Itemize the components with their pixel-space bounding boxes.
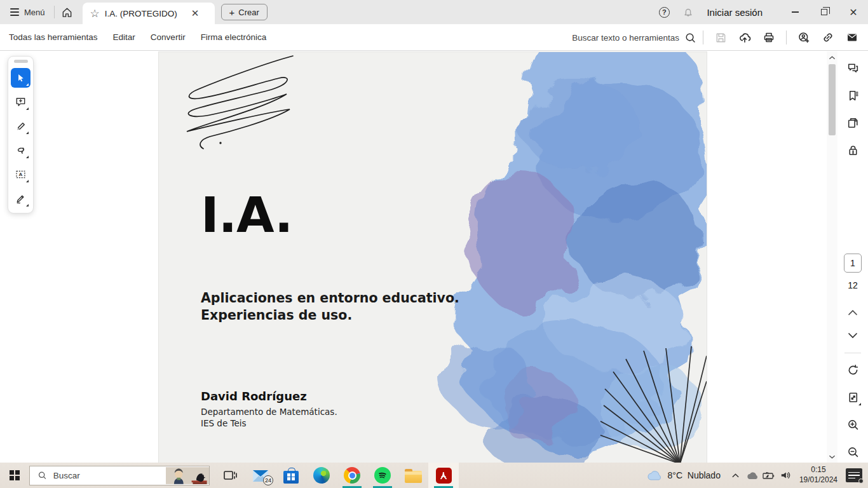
chevron-down-icon [848,332,858,339]
home-button[interactable] [55,0,80,24]
bookmarks-panel-button[interactable] [842,85,864,106]
lock-icon [846,144,860,157]
subtitle-line-2: Experiencias de uso. [201,307,459,324]
search-input[interactable] [570,33,679,43]
document-subtitle: Aplicaciones en entorno educativo. Exper… [201,290,459,324]
next-page-button[interactable] [842,325,864,346]
divider [703,30,703,44]
author-block: David Rodríguez Departamento de Matemáti… [201,390,337,428]
action-center-button[interactable] [844,463,864,488]
file-explorer-button[interactable] [398,463,428,488]
sign-in-button[interactable]: Iniciar sesión [707,7,763,18]
refresh-icon [846,363,860,377]
pdf-page[interactable]: I.A. Aplicaciones en entorno educativo. … [159,52,707,463]
zoom-in-button[interactable] [842,414,864,435]
notifications-button[interactable] [676,0,700,24]
task-view-button[interactable] [215,463,245,488]
pages-panel-button[interactable] [842,112,864,133]
minimize-button[interactable] [780,0,810,24]
envelope-icon [846,31,858,44]
chrome-app-button[interactable] [337,463,367,488]
add-comment-tool-button[interactable] [11,92,31,112]
scroll-up-button[interactable] [827,53,837,62]
onedrive-tray-button[interactable] [745,463,760,488]
create-button[interactable]: + Crear [221,4,268,20]
author-department: Departamento de Matemáticas. [201,407,337,417]
select-tool-button[interactable] [11,68,31,88]
select-text-icon: A [15,168,27,180]
start-button[interactable] [0,463,29,488]
help-button[interactable]: ? [652,0,676,24]
close-button[interactable]: ✕ [839,0,868,24]
comments-icon [846,62,860,75]
rotate-page-button[interactable] [842,359,864,381]
windows-taskbar: 24 8°C Nublado [0,463,868,488]
star-icon[interactable]: ☆ [90,8,100,19]
volume-tray-button[interactable] [778,463,793,488]
chevron-down-icon [829,454,836,459]
search-icon[interactable] [684,32,696,44]
taskbar-search-box[interactable] [29,466,210,485]
weather-temp: 8°C [668,470,683,480]
comment-add-icon [15,96,27,108]
document-area: A [0,51,868,463]
email-button[interactable] [841,27,863,48]
mail-app-button[interactable]: 24 [245,463,276,488]
comments-panel-button[interactable] [842,57,864,79]
page-number-box[interactable] [844,254,862,273]
chevron-up-icon [848,309,858,316]
question-icon: ? [659,7,670,18]
weather-widget[interactable]: 8°C Nublado [640,470,727,481]
clock-widget[interactable]: 0:15 19/01/2024 [794,465,843,485]
acrobat-icon [436,468,452,484]
restore-button[interactable] [810,0,839,24]
menu-button[interactable]: Menú [0,0,54,24]
bookmark-icon [846,89,860,102]
security-panel-button[interactable] [842,139,864,161]
link-button[interactable] [817,27,839,48]
search-highlight-image[interactable] [166,466,209,485]
share-people-button[interactable] [793,27,815,48]
taskbar-search-input[interactable] [53,471,166,480]
divider [844,353,861,353]
search-field[interactable] [570,32,696,44]
spotify-app-button[interactable] [367,463,398,488]
scroll-down-button[interactable] [827,452,837,461]
zoom-in-icon [846,418,860,431]
previous-page-button[interactable] [842,302,864,323]
tray-expand-button[interactable] [728,463,743,488]
page-copies-icon [846,116,860,130]
esign-menu[interactable]: Firma electrónica [193,32,275,42]
zoom-out-button[interactable] [842,441,864,463]
page-number-input[interactable] [844,254,861,272]
upload-cloud-button[interactable] [734,27,756,48]
tab-close-icon[interactable]: ✕ [191,8,200,19]
acrobat-window: Menú ☆ I.A. (PROTEGIDO) ✕ + Crear ? Inic… [0,0,868,488]
divider [786,30,787,44]
vertical-scrollbar[interactable] [827,51,837,463]
battery-tray-button[interactable] [761,463,776,488]
document-tab[interactable]: ☆ I.A. (PROTEGIDO) ✕ [83,3,215,24]
fill-sign-tool-button[interactable] [11,189,31,208]
quick-tools-bar[interactable]: A [8,56,34,214]
store-app-button[interactable] [276,463,306,488]
page-display-button[interactable] [842,386,864,408]
onedrive-cloud-icon [746,471,759,480]
link-icon [822,31,834,44]
edit-menu[interactable]: Editar [105,32,143,42]
signature-scribble [181,53,299,150]
create-label: Crear [238,8,259,17]
select-text-tool-button[interactable]: A [11,165,31,184]
clock-time: 0:15 [799,465,837,475]
print-button[interactable] [758,27,780,48]
scrollbar-thumb[interactable] [829,64,836,135]
drag-handle[interactable] [14,60,28,63]
edge-app-button[interactable] [306,463,337,488]
highlight-tool-button[interactable] [11,116,31,136]
highlighter-icon [15,120,27,132]
save-button[interactable] [710,27,731,48]
convert-menu[interactable]: Convertir [143,32,193,42]
all-tools-menu[interactable]: Todas las herramientas [0,32,105,42]
acrobat-app-button[interactable] [428,463,459,488]
draw-tool-button[interactable] [11,140,31,160]
